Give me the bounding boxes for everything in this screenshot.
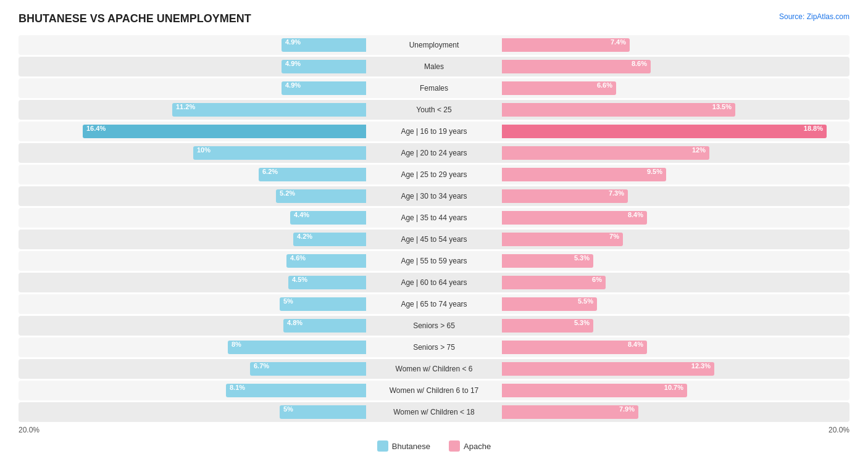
- chart-row: 4.9% Females 6.6%: [19, 78, 849, 98]
- blue-bar: 4.5%: [288, 276, 366, 289]
- blue-value-inside: 16.4%: [86, 125, 106, 132]
- blue-value-inside: 4.8%: [287, 319, 303, 326]
- right-bar-area: 12%: [502, 146, 849, 160]
- right-bar-area: 8.4%: [502, 341, 849, 354]
- row-label: Age | 20 to 24 years: [366, 149, 502, 157]
- pink-value-inside: 7.9%: [619, 405, 635, 413]
- pink-bar: 13.5%: [502, 103, 735, 117]
- row-label: Females: [366, 84, 502, 93]
- left-bar-area: 16.4%: [19, 125, 366, 138]
- right-bar-area: 7.4%: [502, 38, 849, 52]
- blue-bar: 5%: [280, 297, 366, 311]
- left-bar-area: 4.5%: [19, 276, 366, 289]
- pink-value-inside: 7%: [609, 233, 619, 240]
- blue-bar: 4.8%: [283, 319, 366, 333]
- left-bar-area: 8%: [19, 341, 366, 354]
- pink-bar: 6%: [502, 276, 606, 289]
- pink-value-inside: 18.8%: [804, 125, 823, 132]
- left-bar-area: 4.8%: [19, 319, 366, 333]
- pink-bar: 12%: [502, 146, 709, 160]
- pink-bar: 7.4%: [502, 38, 630, 52]
- legend-pink-label: Apache: [464, 442, 491, 451]
- blue-bar: 4.9%: [282, 81, 366, 95]
- blue-value-inside: 6.7%: [254, 362, 269, 370]
- row-label: Seniors > 75: [366, 343, 502, 352]
- blue-bar: 4.4%: [290, 211, 366, 225]
- pink-bar: 9.5%: [502, 168, 666, 181]
- chart-rows: 4.9% Unemployment 7.4% 4.9% Males 8.6%: [19, 35, 849, 422]
- right-bar-area: 7.3%: [502, 189, 849, 203]
- chart-title: BHUTANESE VS APACHE UNEMPLOYMENT: [19, 12, 251, 25]
- chart-row: 4.9% Unemployment 7.4%: [19, 35, 849, 55]
- row-label: Age | 25 to 29 years: [366, 170, 502, 179]
- row-label: Age | 35 to 44 years: [366, 213, 502, 222]
- blue-value-inside: 5%: [283, 297, 293, 305]
- blue-value-inside: 4.2%: [297, 233, 312, 240]
- row-label: Women w/ Children < 6: [366, 365, 502, 373]
- row-label: Women w/ Children < 18: [366, 408, 502, 416]
- pink-value-inside: 6%: [592, 276, 602, 283]
- right-bar-area: 5.5%: [502, 297, 849, 311]
- left-bar-area: 4.4%: [19, 211, 366, 225]
- chart-row: 8% Seniors > 75 8.4%: [19, 337, 849, 357]
- right-bar-area: 12.3%: [502, 362, 849, 376]
- left-bar-area: 4.9%: [19, 38, 366, 52]
- left-bar-area: 4.6%: [19, 254, 366, 268]
- chart-row: 16.4% Age | 16 to 19 years 18.8%: [19, 122, 849, 141]
- left-bar-area: 5%: [19, 405, 366, 419]
- blue-value-inside: 5%: [283, 405, 293, 413]
- pink-bar: 7.9%: [502, 405, 638, 419]
- right-bar-area: 8.6%: [502, 60, 849, 73]
- pink-bar: 8.4%: [502, 341, 647, 354]
- blue-value-inside: 4.5%: [292, 276, 307, 283]
- blue-bar: 11.2%: [172, 103, 366, 117]
- blue-bar: 6.7%: [250, 362, 366, 376]
- pink-bar: 7%: [502, 233, 623, 246]
- chart-source: Source: ZipAtlas.com: [779, 12, 849, 21]
- axis-row: 20.0% 20.0%: [19, 426, 849, 434]
- pink-value-inside: 5.5%: [578, 297, 593, 305]
- right-bar-area: 13.5%: [502, 103, 849, 117]
- pink-bar: 7.3%: [502, 189, 628, 203]
- blue-value-inside: 4.4%: [294, 211, 309, 218]
- row-label: Age | 55 to 59 years: [366, 257, 502, 265]
- blue-bar: 5.2%: [276, 189, 366, 203]
- chart-row: 4.4% Age | 35 to 44 years 8.4%: [19, 208, 849, 228]
- row-label: Males: [366, 62, 502, 71]
- blue-bar: 4.2%: [293, 233, 366, 246]
- pink-bar: 18.8%: [502, 125, 827, 138]
- blue-value-inside: 5.2%: [280, 189, 295, 197]
- blue-bar: 10%: [193, 146, 366, 160]
- chart-row: 4.8% Seniors > 65 5.3%: [19, 316, 849, 336]
- blue-bar: 6.2%: [259, 168, 366, 181]
- pink-bar: 5.5%: [502, 297, 597, 311]
- right-bar-area: 6.6%: [502, 81, 849, 95]
- right-bar-area: 10.7%: [502, 384, 849, 397]
- chart-row: 11.2% Youth < 25 13.5%: [19, 100, 849, 120]
- legend-pink: Apache: [449, 440, 491, 452]
- chart-row: 8.1% Women w/ Children 6 to 17 10.7%: [19, 381, 849, 400]
- chart-row: 5% Age | 65 to 74 years 5.5%: [19, 294, 849, 314]
- pink-bar: 12.3%: [502, 362, 714, 376]
- pink-value-inside: 12.3%: [691, 362, 711, 370]
- chart-row: 4.2% Age | 45 to 54 years 7%: [19, 229, 849, 249]
- legend: Bhutanese Apache: [19, 440, 849, 452]
- left-bar-area: 8.1%: [19, 384, 366, 397]
- right-bar-area: 18.8%: [502, 125, 849, 138]
- row-label: Seniors > 65: [366, 321, 502, 330]
- pink-value-inside: 12%: [692, 146, 706, 154]
- left-bar-area: 5.2%: [19, 189, 366, 203]
- axis-right: 20.0%: [828, 426, 849, 434]
- pink-value-inside: 8.4%: [628, 341, 643, 348]
- blue-bar: 4.6%: [286, 254, 366, 268]
- blue-value-inside: 8%: [232, 341, 241, 348]
- left-bar-area: 11.2%: [19, 103, 366, 117]
- row-label: Age | 16 to 19 years: [366, 127, 502, 136]
- chart-row: 4.9% Males 8.6%: [19, 57, 849, 76]
- chart-container: BHUTANESE VS APACHE UNEMPLOYMENT Source:…: [19, 12, 849, 452]
- left-bar-area: 10%: [19, 146, 366, 160]
- legend-blue-box: [377, 440, 388, 452]
- legend-blue: Bhutanese: [377, 440, 430, 452]
- pink-bar: 6.6%: [502, 81, 616, 95]
- blue-bar: 5%: [280, 405, 366, 419]
